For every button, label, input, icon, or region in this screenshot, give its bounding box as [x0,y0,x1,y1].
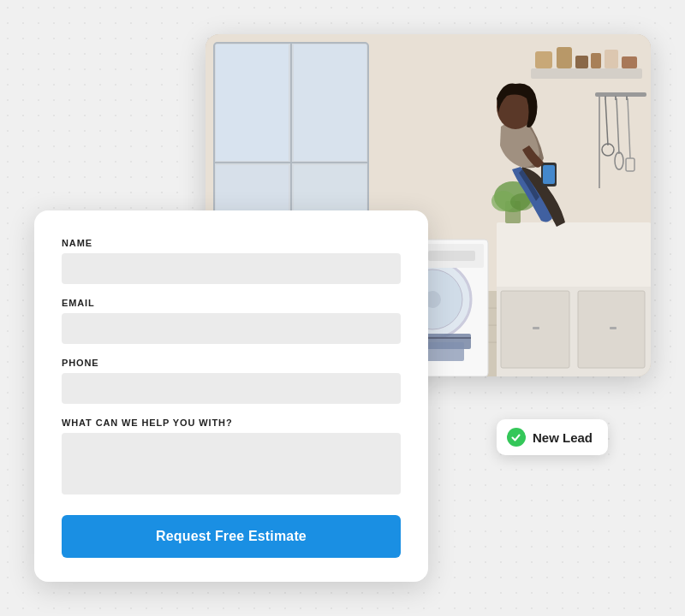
email-input[interactable] [62,313,401,344]
scene-container: NAME EMAIL PHONE WHAT CAN WE HELP YOU WI… [34,34,651,582]
phone-label: PHONE [62,358,401,368]
help-label: WHAT CAN WE HELP YOU WITH? [62,418,401,428]
svg-rect-26 [428,251,475,261]
phone-input[interactable] [62,373,401,404]
svg-rect-36 [622,56,637,68]
svg-rect-31 [535,51,552,68]
help-textarea[interactable] [62,433,401,495]
submit-button[interactable]: Request Free Estimate [62,515,401,558]
email-field: EMAIL [62,298,401,344]
name-field: NAME [62,238,401,284]
help-field: WHAT CAN WE HELP YOU WITH? [62,418,401,495]
svg-rect-30 [531,68,642,79]
svg-rect-33 [575,56,588,68]
svg-rect-35 [605,50,618,68]
svg-rect-6 [294,44,366,161]
check-circle-icon [507,428,526,447]
svg-rect-54 [543,165,555,184]
svg-rect-44 [595,92,646,97]
svg-rect-18 [610,327,616,329]
svg-rect-45 [605,96,606,100]
svg-rect-13 [497,222,651,291]
email-label: EMAIL [62,298,401,308]
svg-rect-47 [626,96,628,100]
svg-rect-46 [615,96,616,100]
svg-rect-34 [591,53,601,68]
notification-label: New Lead [533,430,593,445]
svg-rect-17 [533,327,539,329]
notification-badge: New Lead [497,419,608,455]
form-card: NAME EMAIL PHONE WHAT CAN WE HELP YOU WI… [34,210,428,582]
name-label: NAME [62,238,401,248]
phone-field: PHONE [62,358,401,404]
svg-rect-5 [216,44,289,161]
svg-rect-32 [557,47,572,68]
name-input[interactable] [62,253,401,284]
